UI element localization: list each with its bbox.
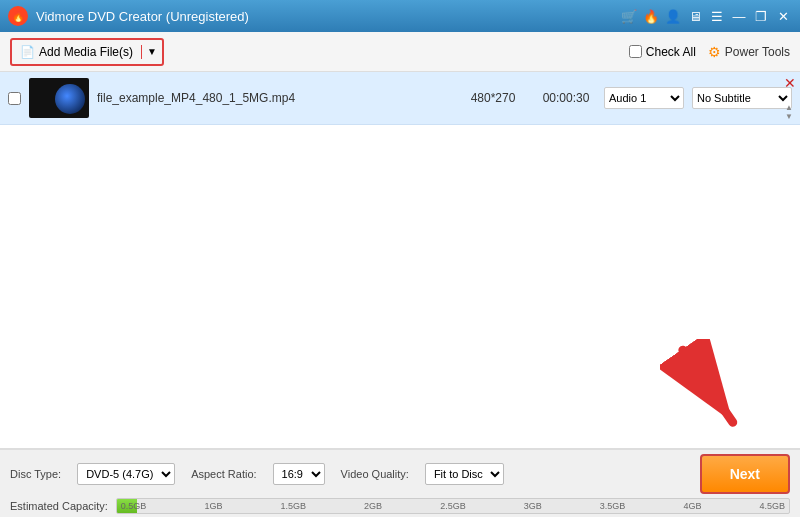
bottom-row1: Disc Type: DVD-5 (4.7G) DVD-9 (8.5G) Asp… bbox=[10, 454, 790, 494]
window-controls: 🛒 🔥 👤 🖥 ☰ — ❐ ✕ bbox=[620, 7, 792, 25]
video-quality-label: Video Quality: bbox=[341, 468, 409, 480]
file-reorder-arrows: ▲ ▼ bbox=[782, 103, 796, 120]
thumbnail-image bbox=[55, 84, 85, 114]
person-icon[interactable]: 👤 bbox=[664, 7, 682, 25]
move-up-arrow[interactable]: ▲ bbox=[782, 103, 796, 111]
video-quality-select[interactable]: Fit to Disc High Medium Low bbox=[425, 463, 504, 485]
cap-label-3: 2GB bbox=[364, 501, 382, 511]
app-title: Vidmore DVD Creator (Unregistered) bbox=[36, 9, 620, 24]
aspect-ratio-label: Aspect Ratio: bbox=[191, 468, 256, 480]
file-checkbox[interactable] bbox=[8, 92, 21, 105]
cap-label-7: 4GB bbox=[683, 501, 701, 511]
disc-type-label: Disc Type: bbox=[10, 468, 61, 480]
table-row: file_example_MP4_480_1_5MG.mp4 480*270 0… bbox=[0, 72, 800, 125]
cap-label-6: 3.5GB bbox=[600, 501, 626, 511]
check-all-checkbox[interactable] bbox=[629, 45, 642, 58]
menu-icon[interactable]: ☰ bbox=[708, 7, 726, 25]
capacity-bar-labels: 0.5GB 1GB 1.5GB 2GB 2.5GB 3GB 3.5GB 4GB … bbox=[117, 499, 789, 513]
file-resolution: 480*270 bbox=[458, 91, 528, 105]
toolbar-right: Check All ⚙ Power Tools bbox=[629, 44, 790, 60]
cap-label-5: 3GB bbox=[524, 501, 542, 511]
disc-type-select[interactable]: DVD-5 (4.7G) DVD-9 (8.5G) bbox=[77, 463, 175, 485]
cap-label-2: 1.5GB bbox=[280, 501, 306, 511]
check-all-text: Check All bbox=[646, 45, 696, 59]
main-content: file_example_MP4_480_1_5MG.mp4 480*270 0… bbox=[0, 72, 800, 449]
move-down-arrow[interactable]: ▼ bbox=[782, 112, 796, 120]
file-duration: 00:00:30 bbox=[536, 91, 596, 105]
power-tools-button[interactable]: ⚙ Power Tools bbox=[708, 44, 790, 60]
cap-label-0: 0.5GB bbox=[121, 501, 147, 511]
restore-button[interactable]: ❐ bbox=[752, 7, 770, 25]
app-logo: 🔥 bbox=[8, 6, 28, 26]
flame-icon[interactable]: 🔥 bbox=[642, 7, 660, 25]
add-media-button[interactable]: 📄 Add Media File(s) ▼ bbox=[10, 38, 164, 66]
add-media-icon: 📄 bbox=[20, 45, 35, 59]
power-tools-icon: ⚙ bbox=[708, 44, 721, 60]
cap-label-4: 2.5GB bbox=[440, 501, 466, 511]
minimize-button[interactable]: — bbox=[730, 7, 748, 25]
next-button[interactable]: Next bbox=[700, 454, 790, 494]
aspect-ratio-select[interactable]: 16:9 4:3 bbox=[273, 463, 325, 485]
audio-select[interactable]: Audio 1 bbox=[604, 87, 684, 109]
title-bar: 🔥 Vidmore DVD Creator (Unregistered) 🛒 🔥… bbox=[0, 0, 800, 32]
power-tools-label: Power Tools bbox=[725, 45, 790, 59]
capacity-bar: 0.5GB 1GB 1.5GB 2GB 2.5GB 3GB 3.5GB 4GB … bbox=[116, 498, 790, 514]
close-button[interactable]: ✕ bbox=[774, 7, 792, 25]
bottom-bar: Disc Type: DVD-5 (4.7G) DVD-9 (8.5G) Asp… bbox=[0, 449, 800, 517]
cap-label-8: 4.5GB bbox=[759, 501, 785, 511]
subtitle-select[interactable]: No Subtitle bbox=[692, 87, 792, 109]
monitor-icon[interactable]: 🖥 bbox=[686, 7, 704, 25]
bottom-row2: Estimated Capacity: 0.5GB 1GB 1.5GB 2GB … bbox=[10, 498, 790, 514]
estimated-capacity-label: Estimated Capacity: bbox=[10, 500, 108, 512]
add-media-dropdown-arrow[interactable]: ▼ bbox=[142, 46, 162, 57]
toolbar: 📄 Add Media File(s) ▼ Check All ⚙ Power … bbox=[0, 32, 800, 72]
add-media-label: Add Media File(s) bbox=[39, 45, 133, 59]
cart-icon[interactable]: 🛒 bbox=[620, 7, 638, 25]
add-media-main[interactable]: 📄 Add Media File(s) bbox=[12, 45, 142, 59]
file-name: file_example_MP4_480_1_5MG.mp4 bbox=[97, 91, 450, 105]
file-remove-button[interactable]: ✕ bbox=[784, 76, 796, 90]
file-thumbnail bbox=[29, 78, 89, 118]
cap-label-1: 1GB bbox=[204, 501, 222, 511]
check-all-label[interactable]: Check All bbox=[629, 45, 696, 59]
